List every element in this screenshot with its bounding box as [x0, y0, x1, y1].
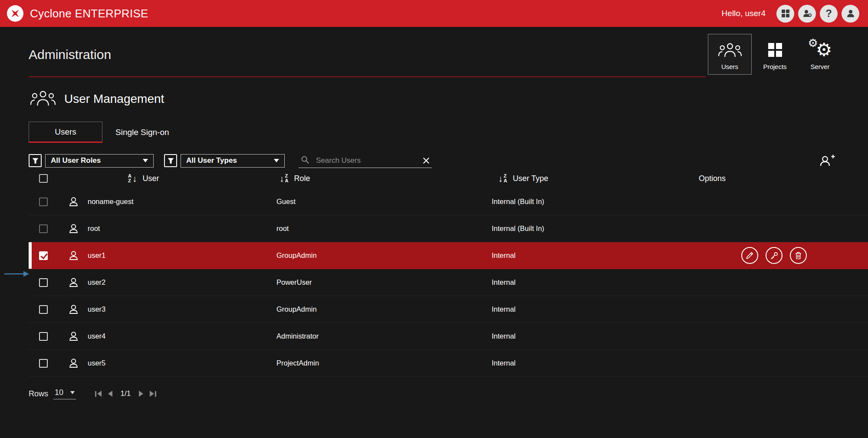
projects-grid-icon — [766, 40, 784, 60]
search-field — [299, 153, 432, 168]
user-management-tabs: Users Single Sign-on — [29, 122, 868, 143]
apps-grid-icon[interactable] — [776, 5, 794, 23]
sort-role-icon[interactable]: ↓ Z A — [279, 174, 288, 183]
help-icon[interactable]: ? — [820, 5, 838, 23]
user-greeting: Hello, user4 — [722, 9, 766, 18]
clear-search-icon[interactable] — [422, 157, 430, 165]
table-header: A Z ↓ User ↓ Z A Role — [29, 168, 868, 188]
column-header-user[interactable]: User — [142, 174, 159, 183]
sort-type-icon[interactable]: ↓ Z A — [498, 174, 507, 183]
user-role: root — [276, 224, 492, 233]
chevron-down-icon — [274, 159, 279, 162]
table-footer: Rows 10 1/1 — [29, 388, 868, 399]
column-header-options: Options — [699, 174, 726, 183]
row-checkbox[interactable] — [39, 359, 48, 368]
table-row[interactable]: noname-guest Guest Internal (Built In) — [29, 188, 868, 215]
user-type: Internal — [492, 332, 699, 340]
type-filter-icon[interactable] — [164, 154, 177, 167]
admin-tab-label: Users — [721, 63, 738, 70]
table-row[interactable]: user4 Administrator Internal — [29, 323, 868, 350]
user-type: Internal (Built In) — [492, 198, 699, 206]
section-title: User Management — [64, 92, 164, 106]
column-header-role[interactable]: Role — [294, 174, 310, 183]
row-checkbox[interactable] — [39, 198, 48, 206]
top-bar: Cyclone ENTERPRISE Hello, user4 ? — [0, 0, 868, 27]
search-icon — [300, 155, 310, 166]
user-role: ProjectAdmin — [276, 359, 492, 367]
tab-users[interactable]: Users — [29, 122, 102, 143]
role-filter-value: All User Roles — [51, 156, 101, 165]
users-table: A Z ↓ User ↓ Z A Role — [29, 168, 868, 377]
admin-tab-users[interactable]: Users — [708, 34, 752, 75]
user-management-header: User Management — [30, 88, 868, 110]
role-filter-select[interactable]: All User Roles — [45, 154, 154, 168]
user-name: user3 — [88, 305, 105, 313]
user-type: Internal — [492, 251, 699, 260]
user-name: user5 — [88, 359, 105, 367]
table-row[interactable]: user5 ProjectAdmin Internal — [29, 350, 868, 377]
chevron-down-icon — [143, 159, 148, 162]
sort-arrow-icon: ↓ — [498, 174, 503, 183]
user-type: Internal — [492, 305, 699, 313]
search-input[interactable] — [315, 156, 417, 165]
user-role: PowerUser — [276, 278, 492, 287]
user-avatar-icon — [68, 357, 79, 369]
page-indicator: 1/1 — [121, 389, 131, 398]
reset-password-button[interactable] — [766, 247, 783, 264]
user-avatar-icon — [68, 223, 79, 234]
user-role: Guest — [276, 198, 492, 206]
row-checkbox[interactable] — [39, 224, 48, 233]
user-avatar-icon — [68, 277, 79, 288]
admin-tab-label: Projects — [763, 63, 786, 70]
user-settings-icon[interactable] — [798, 5, 816, 23]
table-row[interactable]: user1 GroupAdmin Internal — [29, 242, 868, 269]
section-divider — [29, 76, 706, 77]
admin-tab-projects[interactable]: Projects — [753, 34, 797, 75]
admin-tab-label: Server — [810, 63, 829, 70]
select-all-checkbox[interactable] — [39, 174, 48, 183]
last-page-button[interactable] — [150, 391, 156, 397]
rows-per-page-select[interactable]: 10 — [53, 388, 76, 399]
table-row[interactable]: user2 PowerUser Internal — [29, 269, 868, 296]
delete-user-button[interactable] — [790, 247, 807, 264]
row-checkbox[interactable] — [39, 332, 48, 341]
admin-tab-server[interactable]: ⚙⚙ Server — [798, 34, 842, 75]
user-type: Internal (Built In) — [492, 224, 699, 233]
table-body: noname-guest Guest Internal (Built In) r… — [29, 188, 868, 377]
admin-nav: Users Projects ⚙⚙ Server — [708, 34, 842, 75]
table-row[interactable]: root root Internal (Built In) — [29, 215, 868, 242]
previous-page-button[interactable] — [108, 391, 112, 397]
user-avatar-icon — [68, 330, 79, 342]
tab-single-sign-on[interactable]: Single Sign-on — [102, 122, 182, 143]
first-page-button[interactable] — [95, 391, 102, 397]
column-header-type[interactable]: User Type — [513, 174, 548, 183]
row-checkbox[interactable] — [39, 305, 48, 314]
user-name: user4 — [88, 332, 105, 340]
user-type: Internal — [492, 359, 699, 367]
users-group-icon — [718, 40, 742, 60]
sort-arrow-icon: ↓ — [132, 174, 137, 183]
role-filter-icon[interactable] — [29, 154, 42, 167]
table-row[interactable]: user3 GroupAdmin Internal — [29, 296, 868, 323]
type-filter-select[interactable]: All User Types — [181, 154, 285, 168]
row-actions — [699, 247, 807, 264]
pagination: 1/1 — [95, 389, 156, 398]
user-name: root — [88, 224, 100, 233]
user-role: GroupAdmin — [276, 251, 492, 260]
rows-per-page-value: 10 — [55, 388, 63, 397]
row-checkbox[interactable] — [39, 251, 48, 260]
account-icon[interactable] — [842, 5, 859, 23]
row-checkbox[interactable] — [39, 278, 48, 287]
app-window: Cyclone ENTERPRISE Hello, user4 ? — [0, 0, 868, 438]
administration-header: Administration Users — [29, 27, 842, 77]
next-page-button[interactable] — [139, 391, 143, 397]
user-name: user2 — [88, 278, 105, 287]
user-management-icon — [30, 89, 56, 109]
edit-user-button[interactable] — [741, 247, 758, 264]
user-avatar-icon — [68, 303, 79, 315]
app-title: Cyclone ENTERPRISE — [30, 7, 148, 20]
sort-user-icon[interactable]: A Z ↓ — [128, 174, 137, 183]
add-user-button[interactable] — [819, 153, 835, 168]
type-filter-value: All User Types — [186, 156, 237, 165]
chevron-down-icon — [70, 391, 75, 394]
